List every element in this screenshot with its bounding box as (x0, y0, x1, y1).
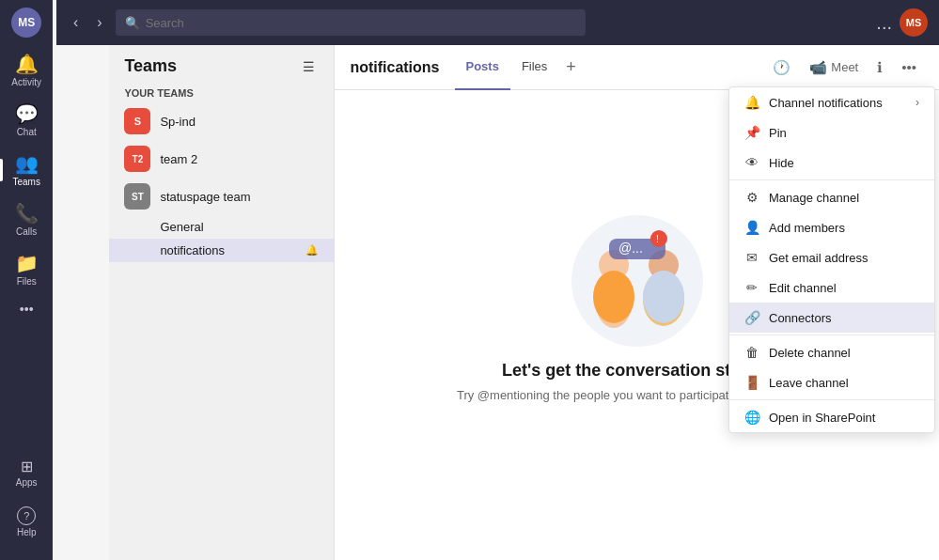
menu-item-label: Pin (769, 126, 787, 140)
channel-header: notifications Posts Files + 🕐 📹 Meet ℹ • (335, 45, 939, 90)
svg-point-9 (650, 230, 667, 247)
sidebar-avatar: MS (11, 8, 41, 38)
info-icon: ℹ (877, 59, 883, 76)
topbar-right: ... MS (876, 8, 928, 37)
more-options-button[interactable]: ... (876, 12, 892, 34)
channel-options-button[interactable]: ••• (894, 55, 924, 79)
tab-posts[interactable]: Posts (455, 45, 510, 90)
menu-divider-2 (729, 334, 934, 335)
search-input[interactable] (146, 16, 576, 30)
add-person-icon: 👤 (744, 220, 759, 235)
team-name: team 2 (160, 152, 319, 166)
sidebar-item-label: Files (17, 276, 37, 287)
sidebar-item-label: Teams (12, 177, 39, 187)
channel-item-general[interactable]: General (109, 215, 334, 239)
more-icon: ••• (20, 302, 34, 317)
history-icon: 🕐 (773, 59, 790, 76)
menu-divider (729, 179, 934, 180)
channel-header-name: notifications (350, 59, 439, 76)
trash-icon: 🗑 (744, 345, 759, 360)
menu-divider-3 (729, 399, 934, 400)
tab-bar: Posts Files + (455, 45, 584, 90)
dropdown-menu: 🔔 Channel notifications › 📌 Pin 👁 Hide ⚙… (728, 86, 935, 433)
meet-button[interactable]: 📹 Meet (802, 55, 866, 80)
user-avatar[interactable]: MS (900, 8, 928, 37)
eye-icon: 👁 (744, 155, 759, 170)
connectors-icon: 🔗 (744, 310, 759, 325)
menu-item-open-sharepoint[interactable]: 🌐 Open in SharePoint (729, 402, 934, 432)
team-avatar-sp-ind: S (124, 108, 150, 134)
pin-icon: 📌 (744, 125, 759, 140)
help-icon: ? (17, 506, 36, 525)
menu-item-pin[interactable]: 📌 Pin (729, 117, 934, 148)
main-layout: Teams ☰ Your teams S Sp-ind ••• T2 team … (109, 45, 939, 560)
sidebar-item-help[interactable]: ? Help (16, 499, 38, 545)
menu-item-manage-channel[interactable]: ⚙ Manage channel (729, 182, 934, 212)
channel-info-button[interactable]: ℹ (869, 55, 890, 80)
search-icon: 🔍 (125, 16, 140, 30)
menu-item-label: Manage channel (769, 191, 859, 205)
channel-name: notifications (160, 243, 302, 257)
files-icon: 📁 (15, 252, 39, 274)
leave-icon: 🚪 (744, 375, 759, 390)
teams-header: Teams ☰ (109, 45, 334, 84)
sidebar-item-files[interactable]: 📁 Files (0, 244, 53, 294)
svg-point-6 (643, 271, 684, 323)
menu-item-label: Leave channel (769, 376, 849, 390)
back-button[interactable]: ‹ (68, 10, 84, 35)
menu-item-delete-channel[interactable]: 🗑 Delete channel (729, 337, 934, 367)
ellipsis-icon: ••• (901, 59, 916, 75)
chevron-right-icon: › (916, 96, 919, 109)
sidebar-item-teams[interactable]: 👥 Teams (0, 145, 53, 194)
svg-point-0 (571, 215, 703, 347)
history-button[interactable]: 🕐 (765, 55, 798, 80)
menu-item-leave-channel[interactable]: 🚪 Leave channel (729, 367, 934, 397)
menu-item-hide[interactable]: 👁 Hide (729, 148, 934, 178)
sidebar-item-apps[interactable]: ⊞ Apps (16, 450, 38, 495)
content-area: notifications Posts Files + 🕐 📹 Meet ℹ • (335, 45, 939, 560)
menu-item-channel-notifications[interactable]: 🔔 Channel notifications › (729, 87, 934, 117)
sidebar-item-label: Calls (16, 226, 37, 237)
settings-icon: ⚙ (744, 190, 759, 205)
team-item-statuspage[interactable]: ST statuspage team ••• (109, 178, 334, 215)
menu-item-get-email[interactable]: ✉ Get email address (729, 242, 934, 272)
chat-icon: 💬 (15, 102, 39, 125)
channel-item-notifications[interactable]: notifications 🔔 (109, 239, 334, 262)
your-teams-label: Your teams (109, 84, 334, 102)
sidebar-item-activity[interactable]: 🔔 Activity (0, 45, 53, 95)
channel-name: General (160, 220, 319, 234)
sharepoint-icon: 🌐 (744, 410, 759, 425)
forward-button[interactable]: › (91, 10, 107, 35)
topbar: ‹ › 🔍 ... MS (56, 0, 939, 45)
menu-item-label: Delete channel (769, 346, 851, 360)
svg-point-3 (593, 271, 634, 323)
sidebar-item-calls[interactable]: 📞 Calls (0, 194, 53, 244)
sidebar-item-label: Help (17, 527, 37, 537)
menu-item-label: Get email address (769, 251, 869, 265)
menu-item-add-members[interactable]: 👤 Add members (729, 212, 934, 242)
video-icon: 📹 (809, 59, 827, 76)
illustration: @... ! (562, 210, 712, 342)
sidebar-item-label: Chat (17, 127, 37, 137)
menu-item-edit-channel[interactable]: ✏ Edit channel (729, 272, 934, 303)
team-item-team2[interactable]: T2 team 2 ••• (109, 140, 334, 178)
bell-icon: 🔔 (744, 95, 759, 110)
apps-icon: ⊞ (21, 458, 33, 475)
channel-header-right: 🕐 📹 Meet ℹ ••• (765, 55, 924, 80)
conversation-illustration: @... ! (562, 210, 712, 351)
teams-header-icons: ☰ (299, 57, 319, 76)
meet-label: Meet (831, 60, 858, 74)
teams-icon: 👥 (15, 152, 39, 175)
sidebar-item-label: Activity (11, 77, 41, 87)
filter-button[interactable]: ☰ (299, 57, 319, 76)
sidebar-item-more[interactable]: ••• (0, 294, 53, 326)
tab-files[interactable]: Files (510, 45, 558, 90)
teams-panel: Teams ☰ Your teams S Sp-ind ••• T2 team … (109, 45, 335, 560)
sidebar-item-chat[interactable]: 💬 Chat (0, 95, 53, 145)
add-tab-button[interactable]: + (558, 57, 584, 77)
edit-icon: ✏ (744, 280, 759, 295)
team-item-sp-ind[interactable]: S Sp-ind ••• (109, 102, 334, 140)
team-name: statuspage team (160, 190, 319, 204)
menu-item-label: Open in SharePoint (769, 411, 875, 425)
menu-item-connectors[interactable]: 🔗 Connectors (729, 303, 934, 333)
